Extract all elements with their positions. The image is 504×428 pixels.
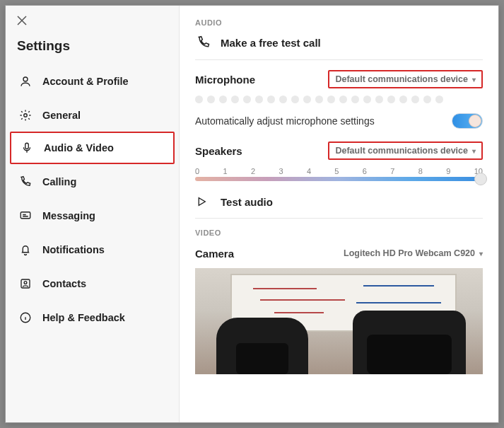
camera-preview [195, 268, 483, 374]
sidebar-item-label: Help & Feedback [42, 312, 125, 323]
speakers-dropdown[interactable]: Default communications device ▾ [328, 141, 483, 160]
test-audio-button[interactable]: Test audio [195, 195, 483, 208]
video-section-label: VIDEO [195, 229, 483, 237]
sidebar-item-audio-video[interactable]: Audio & Video [10, 132, 175, 164]
make-test-call-button[interactable]: Make a free test call [195, 35, 483, 50]
sidebar-item-calling[interactable]: Calling [6, 164, 179, 198]
bell-icon [17, 243, 34, 256]
chevron-down-icon: ▾ [472, 76, 476, 83]
toggle-knob [469, 115, 481, 127]
camera-selected: Logitech HD Pro Webcam C920 [344, 248, 475, 258]
sidebar-item-label: Audio & Video [44, 142, 114, 154]
message-icon [17, 209, 34, 222]
sidebar-item-messaging[interactable]: Messaging [6, 198, 179, 232]
speaker-volume-slider[interactable] [195, 177, 483, 181]
sidebar-item-label: Notifications [42, 244, 105, 255]
slider-thumb[interactable] [474, 173, 487, 185]
svg-point-5 [24, 281, 27, 284]
divider [195, 218, 483, 219]
user-icon [17, 75, 34, 88]
sidebar-item-label: Calling [42, 176, 76, 187]
sidebar-item-general[interactable]: General [6, 98, 179, 132]
camera-dropdown[interactable]: Logitech HD Pro Webcam C920 ▾ [344, 245, 483, 261]
microphone-icon [18, 141, 35, 154]
microphone-label: Microphone [195, 74, 255, 86]
svg-rect-2 [25, 143, 29, 149]
play-icon [195, 195, 212, 208]
sidebar-item-help-feedback[interactable]: Help & Feedback [6, 300, 179, 334]
chevron-down-icon: ▾ [479, 250, 483, 258]
contacts-icon [17, 277, 34, 290]
camera-label: Camera [195, 248, 234, 260]
speakers-label: Speakers [195, 145, 242, 157]
main-panel: AUDIO Make a free test call Microphone D… [180, 6, 498, 422]
auto-adjust-mic-toggle[interactable] [452, 113, 483, 129]
auto-adjust-mic-label: Automatically adjust microphone settings [195, 115, 375, 127]
test-audio-label: Test audio [221, 196, 273, 208]
sidebar-item-label: General [42, 110, 81, 121]
svg-rect-3 [20, 212, 30, 218]
phone-icon [17, 175, 34, 188]
nav-list: Account & Profile General Audio & Video … [6, 64, 179, 334]
divider [195, 59, 483, 60]
microphone-dropdown[interactable]: Default communications device ▾ [328, 70, 483, 88]
sidebar: Settings Account & Profile General Audio… [6, 6, 180, 422]
microphone-selected: Default communications device [335, 74, 468, 84]
speakers-selected: Default communications device [335, 146, 468, 156]
page-title: Settings [6, 28, 179, 64]
close-icon[interactable] [17, 16, 27, 25]
sidebar-item-notifications[interactable]: Notifications [6, 232, 179, 266]
make-test-call-label: Make a free test call [221, 37, 321, 49]
sidebar-item-label: Account & Profile [42, 76, 129, 87]
phone-outgoing-icon [195, 35, 212, 50]
gear-icon [17, 109, 34, 122]
settings-window: Settings Account & Profile General Audio… [5, 5, 499, 423]
sidebar-item-account-profile[interactable]: Account & Profile [6, 64, 179, 98]
svg-point-0 [23, 77, 28, 81]
sidebar-item-contacts[interactable]: Contacts [6, 266, 179, 300]
info-icon [17, 311, 34, 324]
speaker-volume-scale: 0 1 2 3 4 5 6 7 8 9 10 [195, 167, 483, 175]
svg-point-1 [24, 113, 28, 117]
sidebar-item-label: Messaging [42, 210, 95, 221]
microphone-level-meter [195, 96, 483, 103]
audio-section-label: AUDIO [195, 18, 483, 27]
sidebar-item-label: Contacts [42, 278, 86, 289]
chevron-down-icon: ▾ [472, 147, 476, 155]
